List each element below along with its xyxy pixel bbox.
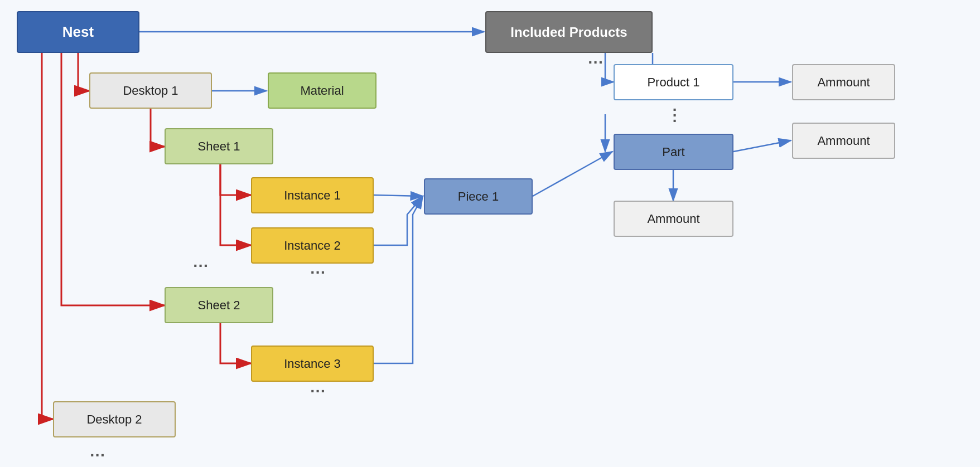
- svg-line-13: [533, 152, 612, 196]
- dots-instances: ⋯: [310, 263, 325, 281]
- instance2-node: Instance 2: [251, 227, 374, 264]
- instance3-node: Instance 3: [251, 346, 374, 382]
- desktop1-node: Desktop 1: [89, 72, 212, 109]
- amount-part-node: Ammount: [792, 123, 895, 159]
- diagram: Nest Included Products Desktop 1 Materia…: [0, 0, 980, 467]
- dots-instance3: ⋯: [310, 382, 325, 400]
- included-products-node: Included Products: [485, 11, 653, 53]
- part-node: Part: [614, 134, 733, 170]
- product1-node: Product 1: [614, 64, 733, 100]
- instance1-node: Instance 1: [251, 177, 374, 213]
- desktop2-node: Desktop 2: [53, 401, 176, 437]
- material-node: Material: [268, 72, 376, 109]
- piece1-node: Piece 1: [424, 178, 533, 215]
- dots-desktop: ⋯: [89, 446, 105, 464]
- svg-line-5: [374, 195, 423, 196]
- svg-line-11: [733, 140, 791, 152]
- dots-products: ⋮: [667, 106, 682, 124]
- sheet2-node: Sheet 2: [165, 287, 273, 323]
- dots-included: ⋯: [587, 53, 603, 71]
- nest-node: Nest: [17, 11, 139, 53]
- amount-product-node: Ammount: [792, 64, 895, 100]
- amount-piece-node: Ammount: [614, 201, 733, 237]
- sheet1-node: Sheet 1: [165, 128, 273, 164]
- dots-sheets: ⋯: [192, 256, 208, 275]
